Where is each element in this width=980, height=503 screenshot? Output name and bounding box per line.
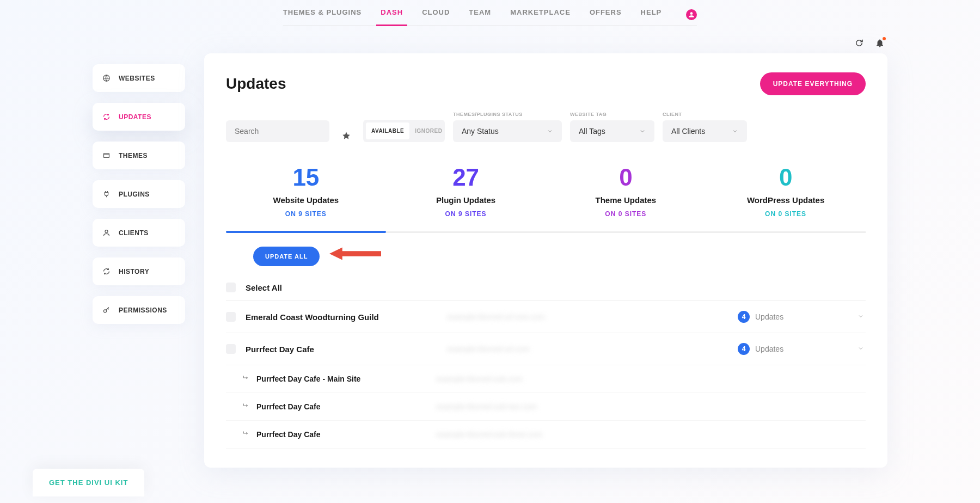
site-name: Purrfect Day Cafe (246, 345, 447, 354)
sub-site-row[interactable]: Purrfect Day Cafe example-blurred-sub-tw… (226, 393, 866, 421)
notification-dot (883, 37, 886, 40)
subdirectory-arrow-icon (242, 430, 250, 439)
sub-site-name: Purrfect Day Cafe - Main Site (256, 375, 436, 383)
sidebar-item-label: UPDATES (119, 113, 151, 121)
svg-point-2 (105, 230, 108, 233)
update-everything-button[interactable]: UPDATE EVERYTHING (760, 72, 866, 95)
refresh-icon (102, 113, 111, 121)
stat-number: 0 (546, 164, 706, 191)
svg-point-3 (104, 310, 107, 312)
site-row[interactable]: Emerald Coast Woodturning Guild example-… (226, 301, 866, 333)
chevron-down-icon (857, 313, 864, 320)
stats-row: 15 Website Updates ON 9 SITES 27 Plugin … (226, 164, 866, 233)
nav-themes-plugins[interactable]: THEMES & PLUGINS (283, 8, 362, 19)
sidebar-item-label: PERMISSIONS (119, 306, 167, 314)
update-all-button[interactable]: UPDATE ALL (253, 247, 320, 266)
expand-chevron[interactable] (857, 344, 866, 354)
stat-number: 0 (706, 164, 866, 191)
sidebar-item-themes[interactable]: THEMES (93, 142, 185, 169)
sidebar-item-label: HISTORY (119, 268, 149, 275)
star-icon (342, 131, 351, 140)
search-input[interactable] (235, 127, 321, 136)
chevron-down-icon (732, 128, 738, 134)
stat-theme-updates[interactable]: 0 Theme Updates ON 0 SITES (546, 164, 706, 231)
sidebar-item-label: CLIENTS (119, 229, 149, 237)
sidebar-item-websites[interactable]: WEBSITES (93, 64, 185, 92)
stat-sites: ON 0 SITES (706, 210, 866, 218)
stat-plugin-updates[interactable]: 27 Plugin Updates ON 9 SITES (386, 164, 546, 231)
updates-count-badge: 4 (738, 311, 750, 323)
stat-sites: ON 9 SITES (386, 210, 546, 218)
chevron-down-icon (857, 345, 864, 352)
top-toolbar (854, 38, 885, 50)
updates-badge-text: Updates (755, 345, 783, 353)
refresh-icon (102, 267, 111, 275)
footer-promo[interactable]: GET THE DIVI UI KIT (33, 469, 144, 496)
client-filter-label: CLIENT (663, 112, 747, 117)
stat-label: Theme Updates (546, 195, 706, 205)
client-select-value: All Clients (671, 127, 705, 136)
top-nav: THEMES & PLUGINS DASH CLOUD TEAM MARKETP… (0, 0, 980, 26)
nav-marketplace[interactable]: MARKETPLACE (510, 8, 571, 19)
sidebar-item-label: PLUGINS (119, 191, 150, 198)
user-icon (102, 229, 111, 237)
nav-help[interactable]: HELP (641, 8, 662, 19)
expand-chevron[interactable] (857, 312, 866, 322)
sidebar-item-updates[interactable]: UPDATES (93, 103, 185, 131)
arrow-annotation (329, 245, 381, 265)
status-select[interactable]: Any Status (453, 120, 562, 142)
svg-marker-4 (329, 248, 381, 260)
stat-sites: ON 9 SITES (226, 210, 386, 218)
sidebar-item-history[interactable]: HISTORY (93, 257, 185, 285)
chevron-down-icon (639, 128, 646, 134)
toggle-ignored[interactable]: IGNORED (409, 122, 448, 139)
refresh-icon[interactable] (854, 38, 864, 50)
select-all-checkbox[interactable] (226, 283, 236, 292)
search-wrap (226, 120, 329, 142)
sub-site-row[interactable]: Purrfect Day Cafe - Main Site example-bl… (226, 365, 866, 393)
actions-row: UPDATE ALL (226, 233, 866, 274)
notifications-icon[interactable] (875, 38, 885, 50)
status-select-value: Any Status (462, 127, 499, 136)
stat-sites: ON 0 SITES (546, 210, 706, 218)
favorite-star-button[interactable] (338, 131, 355, 142)
nav-offers[interactable]: OFFERS (590, 8, 622, 19)
sidebar-item-clients[interactable]: CLIENTS (93, 219, 185, 247)
sub-site-row[interactable]: Purrfect Day Cafe example-blurred-sub-th… (226, 421, 866, 449)
sidebar-item-plugins[interactable]: PLUGINS (93, 180, 185, 208)
tag-select-value: All Tags (579, 127, 605, 136)
site-checkbox[interactable] (226, 312, 236, 322)
stat-label: Plugin Updates (386, 195, 546, 205)
plug-icon (102, 190, 111, 198)
nav-dash[interactable]: DASH (381, 8, 403, 19)
tag-select[interactable]: All Tags (570, 120, 654, 142)
sidebar-item-label: WEBSITES (119, 75, 155, 82)
stat-number: 15 (226, 164, 386, 191)
stat-website-updates[interactable]: 15 Website Updates ON 9 SITES (226, 164, 386, 231)
globe-icon (102, 74, 111, 82)
client-select[interactable]: All Clients (663, 120, 747, 142)
stat-label: WordPress Updates (706, 195, 866, 205)
stat-wordpress-updates[interactable]: 0 WordPress Updates ON 0 SITES (706, 164, 866, 231)
select-all-row: Select All (226, 274, 866, 301)
site-row[interactable]: Purrfect Day Cafe example-blurred-url.co… (226, 333, 866, 365)
status-filter-label: THEMES/PLUGINS STATUS (453, 112, 562, 117)
tag-filter-label: WEBSITE TAG (570, 112, 654, 117)
svg-rect-1 (104, 154, 109, 158)
toggle-available[interactable]: AVAILABLE (366, 122, 409, 139)
avatar[interactable] (686, 9, 697, 20)
updates-badge-text: Updates (755, 312, 783, 321)
sidebar: WEBSITES UPDATES THEMES PLUGINS CLIENTS … (93, 53, 185, 468)
site-checkbox[interactable] (226, 344, 236, 354)
sub-site-url: example-blurred-sub-three.com (436, 430, 866, 439)
nav-team[interactable]: TEAM (469, 8, 491, 19)
sub-site-url: example-blurred-sub.com (436, 375, 866, 383)
nav-cloud[interactable]: CLOUD (422, 8, 450, 19)
sub-site-url: example-blurred-sub-two.com (436, 402, 866, 411)
key-icon (102, 306, 111, 314)
card-icon (102, 151, 111, 160)
site-name: Emerald Coast Woodturning Guild (246, 312, 447, 322)
sidebar-item-permissions[interactable]: PERMISSIONS (93, 296, 185, 324)
updates-count-badge: 4 (738, 343, 750, 355)
subdirectory-arrow-icon (242, 374, 250, 384)
